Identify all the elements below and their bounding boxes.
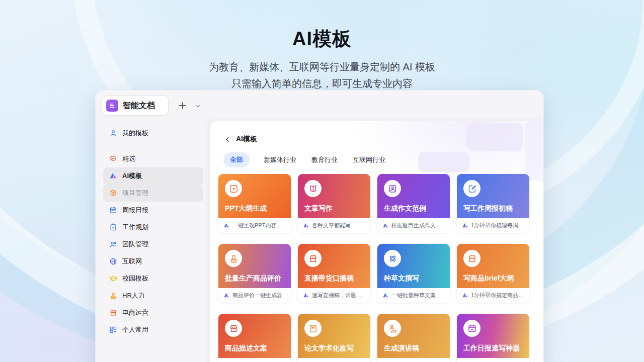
template-card-footer: 各种文章都能写	[298, 218, 370, 233]
sidebar-item[interactable]: 工作规划	[103, 219, 203, 236]
app-window: 智能文档 我的模板精选AI模板项目管理周报日报工作规划团队管理互联网校园模板HR…	[96, 90, 543, 362]
tab[interactable]: 互联网行业	[352, 152, 386, 167]
window-toolbar: 智能文档	[96, 90, 543, 121]
sidebar-item-label: 项目管理	[122, 189, 148, 198]
app-name: 智能文档	[123, 101, 155, 111]
chevron-down-icon[interactable]	[195, 103, 201, 109]
template-card[interactable]: 生成演讲稿	[377, 314, 450, 362]
app-switcher-button[interactable]: 智能文档	[102, 96, 169, 116]
sidebar-item[interactable]: 团队管理	[103, 236, 203, 253]
template-card-cover: 商品描述文案	[218, 314, 291, 358]
person-frame-icon	[384, 180, 401, 197]
tab[interactable]: 新媒体行业	[263, 152, 297, 167]
tab[interactable]: 全部	[223, 152, 250, 167]
store-icon	[225, 320, 242, 337]
new-tab-button[interactable]	[178, 101, 188, 111]
template-card-footer: 商品评价一键生成器	[218, 288, 291, 303]
sidebar-item[interactable]: HR人力	[103, 287, 203, 304]
template-card[interactable]: 种草文撰写一键批量种草文案	[377, 244, 450, 303]
sidebar-item-label: 精选	[122, 154, 135, 163]
template-card-desc: 速写直播稿，话题卖点...	[312, 292, 365, 299]
sidebar-item[interactable]: 电商运营	[103, 304, 203, 321]
template-card-title: 工作日报速写神器	[463, 344, 520, 353]
template-card-footer: 一键呈现PPT内容框架	[218, 218, 291, 233]
template-card[interactable]: 批量生产商品评价商品评价一键生成器	[218, 244, 291, 303]
page-subtitle-line1: 为教育、新媒体、互联网等行业量身定制的 AI 模板	[0, 59, 644, 75]
sidebar-item[interactable]: 个人常用	[103, 321, 203, 338]
template-card-cover: PPT大纲生成	[218, 174, 291, 218]
category-tabs: 全部新媒体行业教育行业互联网行业	[223, 152, 543, 167]
template-grid: PPT大纲生成一键呈现PPT内容框架文章写作各种文章都能写生成作文范例根据题目生…	[218, 174, 543, 362]
stamp-icon	[225, 250, 242, 267]
template-card-desc: 1分钟帮你搞定商品宣传...	[471, 292, 524, 299]
smart-doc-icon	[106, 100, 118, 112]
template-card-footer	[377, 358, 450, 362]
template-card-footer: 速写直播稿，话题卖点...	[298, 288, 370, 303]
template-card-desc: 各种文章都能写	[312, 222, 351, 229]
template-card-title: 论文学术化改写	[304, 344, 354, 353]
ai-logo-icon	[462, 222, 468, 229]
ai-logo-icon	[462, 292, 468, 299]
template-card[interactable]: PPT大纲生成一键呈现PPT内容框架	[218, 174, 291, 233]
calendar-icon	[109, 206, 117, 214]
template-card[interactable]: 商品描述文案	[218, 314, 291, 362]
template-card-footer: 1分钟帮你搞定商品宣传...	[457, 288, 529, 303]
template-card[interactable]: 论文学术化改写	[298, 314, 370, 362]
template-card-footer	[218, 358, 291, 362]
template-card-cover: 写商品brief大纲	[457, 244, 529, 288]
sidebar-item[interactable]: 校园模板	[103, 270, 203, 287]
sidebar-item-label: 我的模板	[122, 129, 148, 138]
template-card-cover: 批量生产商品评价	[218, 244, 291, 288]
store-icon	[109, 309, 117, 317]
sidebar-item-label: AI模板	[122, 171, 142, 180]
template-card-footer: 根据题目生成作文范例	[377, 218, 450, 233]
ai-logo-icon	[109, 172, 117, 180]
stamp-icon	[109, 292, 117, 300]
featured-icon	[109, 155, 117, 163]
template-card[interactable]: 工作日报速写神器	[457, 314, 529, 362]
page-title: AI模板	[0, 26, 644, 52]
sidebar-item[interactable]: 我的模板	[103, 125, 203, 142]
ai-logo-icon	[382, 292, 389, 299]
template-card-title: 直播带货口播稿	[304, 274, 354, 283]
sidebar-item[interactable]: 周报日报	[103, 202, 203, 219]
template-card[interactable]: 写工作周报初稿1分钟帮你梳理每周事项	[457, 174, 529, 233]
edit-doc-icon	[463, 180, 480, 197]
template-card-title: 种草文撰写	[384, 274, 419, 283]
store-icon	[304, 250, 321, 267]
ai-logo-icon	[223, 292, 230, 299]
back-chevron-icon[interactable]	[224, 136, 231, 143]
sidebar-item[interactable]: 项目管理	[103, 185, 203, 202]
user-icon	[109, 129, 117, 137]
template-card-cover: 生成作文范例	[377, 174, 450, 218]
globe-icon	[109, 257, 117, 265]
sidebar-item-label: 周报日报	[122, 206, 148, 215]
page-background: AI模板 为教育、新媒体、互联网等行业量身定制的 AI 模板 只需输入简单的信息…	[0, 0, 644, 362]
content-panel: AI模板 全部新媒体行业教育行业互联网行业 PPT大纲生成一键呈现PPT内容框架…	[210, 121, 543, 362]
template-card[interactable]: 写商品brief大纲1分钟帮你搞定商品宣传...	[457, 244, 529, 303]
ai-logo-icon	[303, 292, 309, 299]
ai-logo-icon	[303, 222, 309, 229]
template-card[interactable]: 直播带货口播稿速写直播稿，话题卖点...	[298, 244, 370, 303]
sidebar-item[interactable]: AI模板	[103, 167, 203, 185]
template-card[interactable]: 文章写作各种文章都能写	[298, 174, 370, 233]
template-card-title: PPT大纲生成	[225, 204, 267, 213]
tab[interactable]: 教育行业	[310, 152, 339, 167]
template-card-title: 文章写作	[304, 204, 333, 213]
store-icon	[463, 250, 480, 267]
sidebar-item-label: 工作规划	[122, 223, 148, 232]
play-icon	[225, 180, 242, 197]
book-mark-icon	[304, 320, 321, 337]
sidebar-item[interactable]: 精选	[103, 150, 203, 167]
template-card-title: 商品描述文案	[225, 344, 267, 353]
template-card-title: 写工作周报初稿	[463, 204, 513, 213]
team-icon	[109, 240, 117, 248]
sidebar-item-label: HR人力	[122, 291, 145, 300]
sidebar-item[interactable]: 互联网	[103, 253, 203, 270]
template-card-cover: 直播带货口播稿	[298, 244, 370, 288]
template-card[interactable]: 生成作文范例根据题目生成作文范例	[377, 174, 450, 233]
sidebar-item-label: 校园模板	[122, 274, 148, 283]
page-subtitle: 为教育、新媒体、互联网等行业量身定制的 AI 模板 只需输入简单的信息，即可生成…	[0, 59, 644, 92]
content-title: AI模板	[236, 135, 257, 144]
sidebar-item-label: 团队管理	[122, 240, 148, 249]
